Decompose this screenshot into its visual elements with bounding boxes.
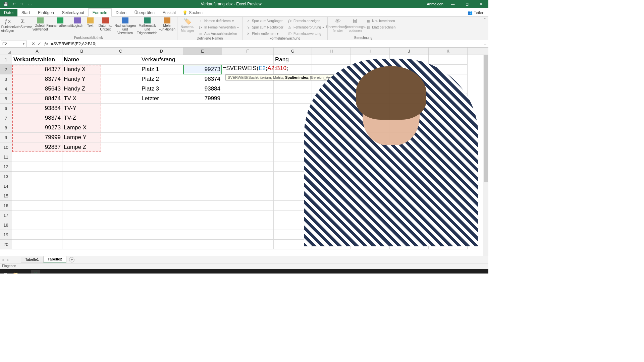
cell[interactable] [222, 55, 274, 65]
cell[interactable] [222, 94, 274, 104]
cell[interactable]: Verkaufszahlen [12, 55, 62, 65]
tab-data[interactable]: Daten [112, 9, 130, 16]
cell[interactable]: 83774 [12, 74, 62, 84]
col-header-K[interactable]: K [429, 48, 468, 55]
maximize-button[interactable]: ◻ [462, 2, 472, 6]
cell[interactable] [183, 113, 222, 123]
cell[interactable] [274, 181, 312, 191]
cell[interactable] [222, 113, 274, 123]
cell[interactable] [222, 104, 274, 113]
cell[interactable] [12, 210, 62, 220]
cell[interactable]: TV-Y [62, 104, 101, 113]
cell[interactable] [429, 230, 468, 240]
cell[interactable] [274, 84, 312, 94]
cell[interactable] [140, 172, 183, 181]
cell[interactable] [140, 230, 183, 240]
cell[interactable] [390, 142, 429, 152]
cell[interactable] [101, 133, 140, 142]
tab-file[interactable]: Datei [0, 9, 17, 16]
cell[interactable]: Lampe Y [62, 133, 101, 142]
cell[interactable] [183, 240, 222, 249]
confirm-edit-button[interactable]: ✓ [36, 41, 42, 46]
cell[interactable] [351, 74, 390, 84]
cell[interactable] [351, 201, 390, 210]
tell-me-search[interactable]: 💡Suchen [180, 10, 205, 16]
cell[interactable] [12, 172, 62, 181]
col-header-C[interactable]: C [101, 48, 140, 55]
row-header[interactable]: 8 [0, 123, 12, 133]
cell[interactable] [222, 230, 274, 240]
cell[interactable]: Rang [274, 55, 312, 65]
cell[interactable] [351, 94, 390, 104]
cell[interactable] [101, 162, 140, 172]
cell[interactable] [429, 55, 468, 65]
cell[interactable] [62, 162, 101, 172]
row-header[interactable]: 12 [0, 162, 12, 172]
cell[interactable]: TV-Z [62, 113, 101, 123]
cell[interactable] [222, 133, 274, 142]
recent-button[interactable]: Zuletzt verwendet [32, 17, 48, 31]
share-button[interactable]: 👥Teilen [464, 10, 488, 16]
cell[interactable] [101, 172, 140, 181]
cell[interactable] [140, 104, 183, 113]
chevron-down-icon[interactable]: ▼ [22, 42, 25, 46]
cell[interactable] [101, 210, 140, 220]
cell[interactable] [12, 240, 62, 249]
calculate-sheet-button[interactable]: ▤Blatt berechnen [365, 24, 397, 30]
cell[interactable] [351, 65, 390, 74]
cell[interactable] [101, 94, 140, 104]
cell[interactable]: Handy Z [62, 84, 101, 94]
cell[interactable] [390, 240, 429, 249]
cell[interactable] [274, 172, 312, 181]
more-functions-button[interactable]: Mehr Funktionen [159, 17, 175, 31]
cell[interactable] [274, 191, 312, 201]
cell[interactable] [429, 123, 468, 133]
row-header[interactable]: 16 [0, 201, 12, 210]
cell[interactable] [390, 123, 429, 133]
cell[interactable] [222, 152, 274, 162]
tab-view[interactable]: Ansicht [159, 9, 180, 16]
cell[interactable]: 93884 [12, 104, 62, 113]
close-button[interactable]: ✕ [476, 2, 486, 6]
row-header[interactable]: 2 [0, 65, 12, 74]
cell[interactable] [390, 152, 429, 162]
cell[interactable]: Platz 1 [140, 65, 183, 74]
cell[interactable] [222, 84, 274, 94]
cell[interactable] [62, 220, 101, 230]
col-header-E[interactable]: E [183, 48, 222, 55]
excel-taskbar-icon[interactable]: X [31, 270, 40, 274]
row-header[interactable]: 19 [0, 230, 12, 240]
cell[interactable] [222, 123, 274, 133]
cell[interactable] [222, 240, 274, 249]
cell[interactable] [101, 152, 140, 162]
cell[interactable] [351, 162, 390, 172]
cell[interactable] [312, 104, 351, 113]
cell[interactable] [312, 133, 351, 142]
cell[interactable] [312, 230, 351, 240]
cell[interactable]: 92837 [12, 142, 62, 152]
cell[interactable] [390, 74, 429, 84]
cell[interactable] [390, 210, 429, 220]
cell[interactable] [351, 220, 390, 230]
cell[interactable] [429, 191, 468, 201]
cell[interactable] [390, 65, 429, 74]
cell[interactable] [429, 94, 468, 104]
cell[interactable] [183, 181, 222, 191]
col-header-F[interactable]: F [222, 48, 274, 55]
formula-input[interactable]: =SVERWEIS(E2;A2:B10; [50, 42, 482, 46]
cell[interactable] [101, 181, 140, 191]
cancel-edit-button[interactable]: ✕ [30, 41, 36, 46]
sheet-tab-2[interactable]: Tabelle2 [43, 256, 66, 262]
cell[interactable] [351, 240, 390, 249]
cell[interactable] [62, 201, 101, 210]
cell[interactable] [429, 210, 468, 220]
cell[interactable] [12, 162, 62, 172]
row-header[interactable]: 7 [0, 113, 12, 123]
cell[interactable] [312, 123, 351, 133]
row-header[interactable]: 5 [0, 94, 12, 104]
cell[interactable] [222, 162, 274, 172]
cell[interactable] [351, 123, 390, 133]
row-header[interactable]: 4 [0, 84, 12, 94]
cell[interactable] [312, 210, 351, 220]
cell[interactable] [140, 152, 183, 162]
